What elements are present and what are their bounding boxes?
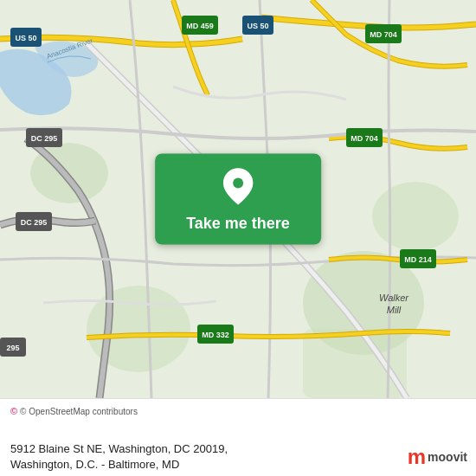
svg-text:MD 214: MD 214 [404, 255, 432, 264]
svg-text:DC 295: DC 295 [31, 134, 58, 143]
svg-text:DC 295: DC 295 [21, 218, 48, 227]
svg-text:MD 459: MD 459 [186, 22, 214, 30]
svg-text:295: 295 [6, 344, 19, 352]
svg-text:MD 704: MD 704 [370, 30, 397, 39]
take-me-there-button[interactable]: Take me there [155, 154, 321, 245]
moovit-logo: m moovit [408, 445, 467, 469]
location-pin-icon [221, 166, 255, 208]
map-container: US 50 US 50 MD 459 MD 704 MD 704 DC 295 … [0, 0, 476, 398]
svg-text:US 50: US 50 [15, 34, 36, 42]
osm-credit: © © OpenStreetMap contributors [10, 406, 466, 416]
moovit-m-icon: m [408, 445, 426, 469]
address-block: 5912 Blaine St NE, Washington, DC 20019,… [10, 441, 466, 473]
svg-text:Mill: Mill [387, 305, 402, 315]
svg-point-4 [372, 182, 459, 251]
svg-point-29 [233, 178, 243, 189]
address-line2: Washington, D.C. - Baltimore, MD [10, 458, 179, 471]
take-me-there-label: Take me there [186, 215, 290, 233]
navigation-button-container: Take me there [155, 154, 321, 245]
svg-text:US 50: US 50 [247, 22, 268, 30]
address-line1: 5912 Blaine St NE, Washington, DC 20019, [10, 442, 228, 455]
svg-text:MD 332: MD 332 [202, 331, 229, 339]
osm-credit-text: © OpenStreetMap contributors [20, 407, 138, 416]
svg-text:Walker: Walker [379, 293, 409, 303]
address-line: 5912 Blaine St NE, Washington, DC 20019,… [10, 441, 466, 473]
footer: © © OpenStreetMap contributors 5912 Blai… [0, 398, 476, 476]
svg-rect-5 [303, 329, 407, 398]
moovit-brand-text: moovit [428, 450, 467, 464]
svg-text:MD 704: MD 704 [351, 134, 378, 143]
